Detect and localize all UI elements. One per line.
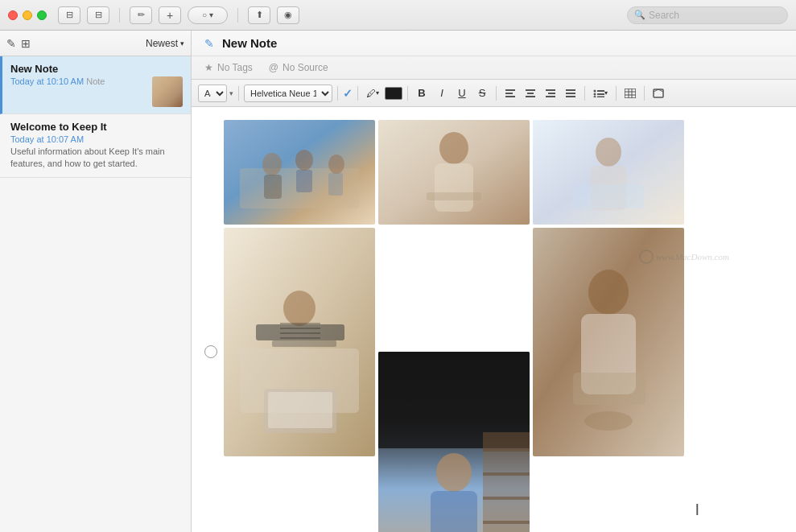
grid-icon[interactable]: ⊞ bbox=[21, 37, 31, 50]
fullscreen-button[interactable] bbox=[37, 10, 47, 20]
edit-icon[interactable]: ✎ bbox=[6, 37, 16, 50]
italic-button[interactable]: I bbox=[433, 85, 451, 102]
svg-rect-58 bbox=[272, 340, 336, 347]
titlebar: ⊟ ⊟ ✏ + ○ ▾ ⬆ ◉ 🔍 Search bbox=[0, 0, 796, 31]
toolbar-divider2 bbox=[337, 86, 338, 101]
note-content[interactable]: www.MacDown.com I bbox=[192, 107, 796, 532]
svg-rect-29 bbox=[296, 170, 312, 192]
profile-button[interactable]: ◉ bbox=[277, 6, 299, 24]
photo-4-image bbox=[533, 228, 684, 456]
circle-dropdown-icon: ○ ▾ bbox=[202, 10, 213, 19]
strikethrough-button[interactable]: S bbox=[473, 85, 491, 102]
underline-button[interactable]: U bbox=[453, 85, 471, 102]
svg-rect-43 bbox=[573, 373, 645, 405]
svg-rect-39 bbox=[573, 184, 644, 208]
svg-rect-0 bbox=[505, 89, 515, 91]
svg-rect-31 bbox=[328, 173, 343, 196]
share-button[interactable]: ⬆ bbox=[248, 6, 270, 24]
attach-button[interactable] bbox=[650, 85, 667, 102]
sort-chevron-icon: ▾ bbox=[180, 39, 184, 47]
align-justify-button[interactable] bbox=[562, 85, 579, 102]
list-icon bbox=[593, 89, 604, 97]
text-color-button[interactable]: 🖊 ▾ bbox=[363, 85, 382, 102]
svg-rect-52 bbox=[483, 497, 530, 500]
svg-rect-51 bbox=[483, 472, 530, 476]
svg-rect-65 bbox=[268, 392, 332, 428]
checkbox[interactable] bbox=[204, 345, 217, 358]
note-content-inner: www.MacDown.com bbox=[204, 120, 783, 532]
align-right-icon bbox=[546, 89, 555, 97]
source-button[interactable]: @ No Source bbox=[269, 62, 328, 73]
table-icon bbox=[625, 89, 636, 98]
font-name-select[interactable]: Helvetica Neue 12 bbox=[244, 85, 332, 102]
apply-button[interactable]: ✓ bbox=[343, 87, 353, 100]
svg-point-16 bbox=[594, 96, 596, 97]
format-toolbar: Aa ▾ Helvetica Neue 12 ✓ 🖊 ▾ B I U S bbox=[192, 80, 796, 107]
toolbar-divider4 bbox=[407, 86, 408, 101]
svg-rect-18 bbox=[625, 89, 636, 98]
photo-1-image bbox=[224, 120, 375, 225]
divider2 bbox=[237, 8, 238, 23]
svg-rect-53 bbox=[483, 521, 530, 524]
close-button[interactable] bbox=[8, 10, 18, 20]
font-size-select[interactable]: Aa bbox=[198, 85, 227, 102]
color-swatch[interactable] bbox=[385, 87, 402, 100]
svg-rect-60 bbox=[280, 323, 320, 324]
note-title-display: New Note bbox=[222, 36, 783, 50]
align-right-button[interactable] bbox=[542, 85, 559, 102]
layout-icon: ⊟ bbox=[95, 10, 102, 20]
svg-rect-6 bbox=[546, 89, 555, 91]
svg-rect-23 bbox=[654, 89, 663, 97]
svg-rect-61 bbox=[280, 328, 320, 329]
list-item[interactable]: New Note Today at 10:10 AM Note bbox=[0, 56, 191, 114]
svg-rect-62 bbox=[280, 332, 320, 334]
list-item[interactable]: Welcome to Keep It Today at 10:07 AM Use… bbox=[0, 114, 191, 178]
svg-rect-10 bbox=[566, 93, 575, 94]
svg-point-47 bbox=[436, 453, 472, 492]
compose-button[interactable]: ✏ bbox=[130, 6, 152, 24]
align-justify-icon bbox=[566, 89, 575, 97]
bold-button[interactable]: B bbox=[413, 85, 431, 102]
svg-point-30 bbox=[328, 155, 344, 174]
toolbar-divider6 bbox=[584, 86, 585, 101]
add-button[interactable]: + bbox=[159, 6, 181, 24]
tags-button[interactable]: ★ No Tags bbox=[204, 62, 253, 73]
note-time: Today at 10:10 AM Note bbox=[10, 76, 146, 86]
svg-point-14 bbox=[594, 93, 596, 95]
svg-rect-3 bbox=[526, 89, 535, 91]
list-button[interactable]: ▾ bbox=[590, 85, 611, 102]
svg-rect-1 bbox=[505, 93, 513, 94]
photo-2-image bbox=[378, 120, 530, 225]
sort-button[interactable]: Newest ▾ bbox=[146, 38, 184, 49]
toolbar-divider5 bbox=[496, 86, 497, 101]
list-chevron-icon: ▾ bbox=[604, 89, 608, 97]
sidebar-toggle-button[interactable]: ⊟ bbox=[58, 6, 80, 24]
align-center-button[interactable] bbox=[522, 85, 539, 102]
svg-point-56 bbox=[283, 291, 316, 326]
svg-point-12 bbox=[594, 89, 596, 92]
photo-grid bbox=[224, 120, 783, 532]
photo-cell-6 bbox=[224, 228, 375, 456]
svg-rect-35 bbox=[427, 192, 481, 200]
svg-rect-8 bbox=[546, 96, 555, 97]
circle-dropdown-button[interactable]: ○ ▾ bbox=[188, 6, 228, 24]
svg-rect-50 bbox=[483, 448, 530, 452]
photo-cell-4 bbox=[533, 228, 684, 456]
align-left-button[interactable] bbox=[501, 85, 519, 102]
table-button[interactable] bbox=[621, 85, 639, 102]
svg-rect-48 bbox=[431, 491, 477, 532]
toolbar-divider3 bbox=[357, 86, 358, 101]
photo-cell-1 bbox=[224, 120, 375, 225]
svg-point-26 bbox=[262, 153, 282, 175]
thumbnail-image bbox=[152, 76, 183, 107]
layout-toggle-button[interactable]: ⊟ bbox=[87, 6, 109, 24]
chevron-down-icon: ▾ bbox=[376, 89, 379, 97]
svg-point-37 bbox=[596, 138, 621, 167]
search-bar[interactable]: 🔍 Search bbox=[627, 6, 788, 24]
svg-rect-11 bbox=[566, 96, 575, 97]
minimize-button[interactable] bbox=[23, 10, 32, 20]
tag-icon: ★ bbox=[204, 62, 213, 73]
share-icon: ⬆ bbox=[256, 10, 263, 20]
sidebar-icon: ⊟ bbox=[66, 10, 73, 20]
font-size-chevron-icon: ▾ bbox=[229, 89, 233, 97]
